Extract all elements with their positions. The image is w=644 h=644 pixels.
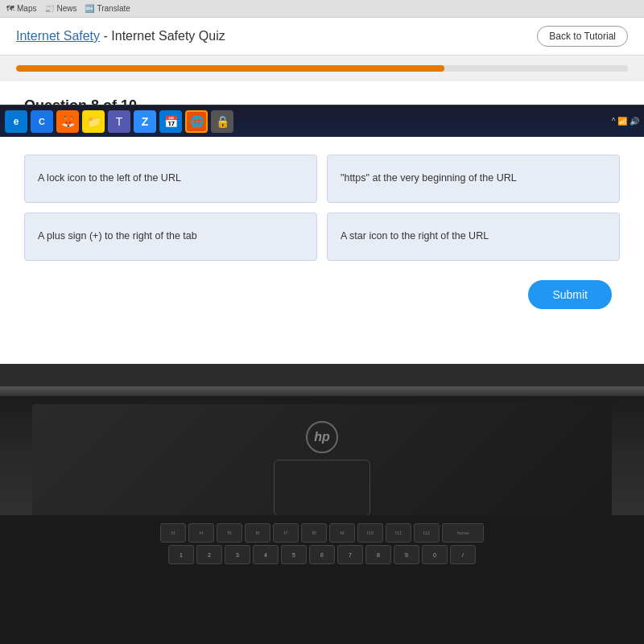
progress-bar-container (0, 56, 644, 81)
key-9[interactable]: 9 (394, 545, 419, 564)
browser-tab-bar: 🗺 Maps 📰 News 🔤 Translate (0, 0, 644, 18)
progress-bar-fill (16, 65, 444, 72)
taskbar-system-icons: ^ 📶 🔊 (612, 117, 639, 126)
key-7[interactable]: 7 (337, 545, 363, 564)
key-slash[interactable]: / (450, 545, 476, 564)
news-icon: 📰 (44, 4, 54, 13)
taskbar-files-icon[interactable]: 📁 (82, 110, 105, 133)
page-header: Internet Safety - Internet Safety Quiz B… (0, 18, 644, 56)
key-5[interactable]: 5 (281, 545, 307, 564)
quiz-page: Internet Safety - Internet Safety Quiz B… (0, 18, 644, 364)
key-0[interactable]: 0 (422, 545, 448, 564)
key-f5[interactable]: f5 (217, 523, 242, 543)
page-title-rest: - Internet Safety Quiz (100, 29, 225, 43)
screen-area: 🗺 Maps 📰 News 🔤 Translate Internet Safet… (0, 0, 644, 386)
answer-option-c-text: A plus sign (+) to the right of the tab (38, 229, 197, 244)
key-home[interactable]: home (442, 523, 484, 543)
answer-option-d[interactable]: A star icon to the right of the URL (327, 213, 620, 261)
key-1[interactable]: 1 (168, 545, 194, 564)
key-f3[interactable]: f3 (160, 523, 186, 543)
taskbar: e C 🦊 📁 T Z 📅 🌐 🔒 ^ 📶 🔊 (0, 105, 644, 137)
answer-grid: A lock icon to the left of the URL "http… (24, 155, 620, 261)
translate-icon: 🔤 (85, 4, 94, 13)
taskbar-globe-icon[interactable]: 🌐 (185, 110, 208, 133)
maps-icon: 🗺 (6, 4, 14, 13)
answer-option-b[interactable]: "https" at the very beginning of the URL (327, 155, 620, 203)
keyboard-row-numbers: 1 2 3 4 5 6 7 8 9 0 / (0, 545, 644, 564)
key-6[interactable]: 6 (309, 545, 335, 564)
taskbar-lock-icon[interactable]: 🔒 (211, 110, 233, 133)
touchpad[interactable] (274, 460, 370, 516)
taskbar-teams-icon[interactable]: T (108, 110, 130, 133)
key-8[interactable]: 8 (365, 545, 391, 564)
taskbar-edge-icon[interactable]: e (5, 110, 27, 133)
taskbar-chrome-icon[interactable]: C (31, 110, 53, 133)
laptop-hinge (0, 386, 644, 396)
submit-button[interactable]: Submit (528, 280, 612, 309)
hp-logo: hp (306, 421, 338, 453)
key-f10[interactable]: f10 (357, 523, 383, 543)
taskbar-right: ^ 📶 🔊 (612, 117, 639, 126)
answer-option-b-text: "https" at the very beginning of the URL (341, 171, 517, 186)
answer-option-d-text: A star icon to the right of the URL (341, 229, 489, 244)
laptop-palm-rest: hp (32, 404, 612, 533)
tab-maps[interactable]: 🗺 Maps (6, 4, 36, 13)
key-f11[interactable]: f11 (386, 523, 411, 543)
answer-option-a[interactable]: A lock icon to the left of the URL (24, 155, 317, 203)
key-f4[interactable]: f4 (188, 523, 214, 543)
taskbar-zoom-icon[interactable]: Z (134, 110, 156, 133)
answer-option-c[interactable]: A plus sign (+) to the right of the tab (24, 213, 317, 261)
key-f7[interactable]: f7 (273, 523, 299, 543)
key-f12[interactable]: f12 (414, 523, 440, 543)
submit-area: Submit (24, 280, 620, 309)
keyboard-area: f3 f4 f5 f6 f7 f8 f9 f10 (0, 515, 644, 644)
taskbar-firefox-icon[interactable]: 🦊 (56, 110, 79, 133)
key-f6[interactable]: f6 (245, 523, 270, 543)
keyboard-row-fn: f3 f4 f5 f6 f7 f8 f9 f10 (0, 523, 644, 543)
key-f8[interactable]: f8 (301, 523, 327, 543)
page-title-link[interactable]: Internet Safety (16, 29, 100, 43)
page-title: Internet Safety - Internet Safety Quiz (16, 29, 225, 43)
tab-news[interactable]: 📰 News (44, 4, 76, 13)
taskbar-calendar-icon[interactable]: 📅 (159, 110, 182, 133)
tab-maps-label: Maps (17, 4, 36, 13)
key-3[interactable]: 3 (225, 545, 250, 564)
tab-translate-label: Translate (97, 4, 130, 13)
tab-news-label: News (56, 4, 76, 13)
tab-translate[interactable]: 🔤 Translate (85, 4, 130, 13)
progress-bar-track (16, 65, 628, 72)
key-2[interactable]: 2 (196, 545, 222, 564)
back-to-tutorial-button[interactable]: Back to Tutorial (537, 26, 628, 47)
key-f9[interactable]: f9 (329, 523, 355, 543)
answer-option-a-text: A lock icon to the left of the URL (38, 171, 181, 186)
key-4[interactable]: 4 (253, 545, 279, 564)
